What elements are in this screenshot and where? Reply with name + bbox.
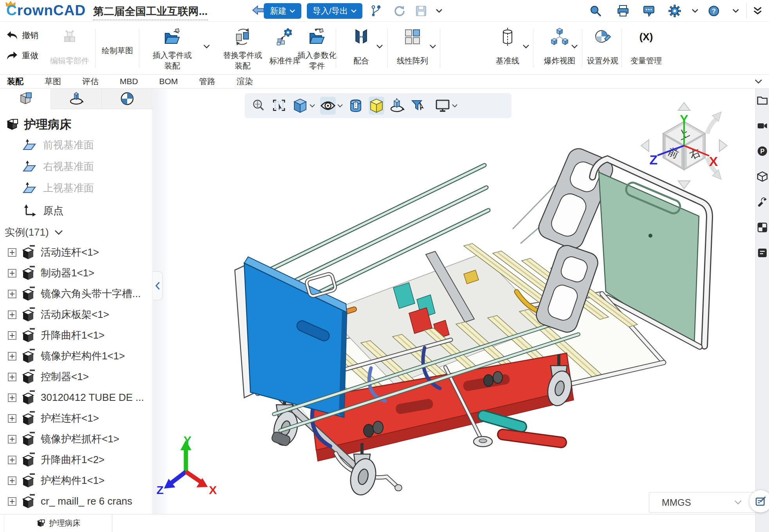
insert-part-chevron-icon[interactable] [204, 45, 210, 49]
tab-piping[interactable]: 管路 [189, 76, 226, 87]
tree-item[interactable]: 活动连杆<1> [0, 242, 152, 263]
view-cube-y-label: Y [680, 112, 688, 126]
standard-library-icon [276, 27, 294, 47]
insert-part-button[interactable]: 插入零件或 装配 [149, 22, 195, 74]
view-cube-arrow-left[interactable] [641, 140, 649, 151]
save-icon[interactable] [415, 5, 427, 17]
panel-tab-section-sphere[interactable] [101, 88, 152, 109]
tab-render[interactable]: 渲染 [226, 76, 264, 87]
collapse-ribbon-double-chevron-icon[interactable] [751, 5, 764, 17]
tree-item[interactable]: 镜像护栏构件1<1> [0, 346, 152, 366]
view-cube[interactable]: 上 前 右 Y Z X [636, 98, 734, 192]
tree-item[interactable]: 镜像六角头带十字槽... [0, 283, 152, 304]
view-orientation-icon[interactable] [292, 97, 308, 115]
tree-item[interactable]: 升降曲杆1<1> [0, 325, 152, 346]
linear-pattern-button[interactable]: 线性阵列 [392, 22, 433, 74]
tree-item[interactable]: 升降曲杆1<2> [0, 449, 152, 470]
wrench-icon[interactable] [757, 197, 768, 207]
marquee-select-icon[interactable] [272, 97, 287, 115]
settings-gear-icon[interactable] [668, 5, 681, 17]
print-icon[interactable] [617, 5, 629, 17]
folder-icon[interactable] [757, 95, 768, 106]
tree-front-plane-label: 前视基准面 [43, 138, 94, 152]
tree-item[interactable]: 镜像护栏抓杆<1> [0, 429, 152, 449]
exploded-view-chevron-icon[interactable] [571, 45, 578, 49]
tab-bom[interactable]: BOM [149, 77, 189, 86]
appearance-box-icon[interactable] [369, 97, 384, 115]
tree-item[interactable]: 控制器<1> [0, 366, 152, 387]
datum-line-button[interactable]: 基准线 [490, 22, 525, 74]
rotate-view-icon[interactable] [389, 97, 405, 115]
expand-icon [8, 248, 16, 257]
tree-item[interactable]: 护栏连杆<1> [0, 408, 152, 429]
tree-item[interactable]: cr_ maill_ re 6 crans [0, 491, 152, 512]
tree-root-label: 护理病床 [24, 117, 71, 133]
parameter-badge-icon[interactable]: P [757, 146, 768, 157]
view-cube-rotate-cw[interactable] [707, 118, 717, 133]
variable-management-button[interactable]: (X) 变量管理 [625, 22, 668, 74]
view-cube-arrow-up[interactable] [678, 103, 690, 110]
replace-part-button[interactable]: 替换零件或 装配 [218, 22, 267, 74]
document-title[interactable]: 第二届全国工业互联网... [93, 4, 208, 20]
version-branch-icon[interactable] [369, 5, 382, 17]
tree-front-plane[interactable]: 前视基准面 [0, 134, 152, 156]
tab-evaluate[interactable]: 评估 [72, 76, 109, 87]
tree-origin[interactable]: 原点 [0, 199, 152, 222]
section-view-icon[interactable] [348, 97, 364, 115]
help-chevron-icon[interactable] [729, 5, 742, 17]
draw-sketch-button[interactable]: 绘制草图 [97, 22, 138, 74]
camera-icon[interactable] [757, 120, 768, 131]
workspace-tab-bar: 装配 草图 评估 MBD BOM 管路 渲染 [0, 75, 769, 88]
tree-item[interactable]: 护栏构件1<1> [0, 470, 152, 491]
view-cube-z-label: Z [650, 152, 658, 167]
visibility-chevron-icon[interactable] [337, 104, 343, 108]
sync-refresh-icon[interactable] [393, 5, 405, 17]
tree-item[interactable]: 30120412 TUBE DE ... [0, 387, 152, 408]
new-button[interactable]: 新建 [264, 3, 301, 19]
tree-root-row[interactable]: 护理病床 [5, 115, 152, 134]
tree-item[interactable]: 制动器1<1> [0, 263, 152, 283]
material-checker-icon[interactable] [757, 222, 768, 233]
feedback-message-icon[interactable] [643, 5, 655, 17]
visibility-eye-icon[interactable] [320, 97, 336, 115]
datum-line-chevron-icon[interactable] [523, 45, 529, 49]
redo-button[interactable]: 重做 [6, 48, 38, 63]
units-select[interactable]: MMGS [649, 492, 761, 513]
tab-sketch[interactable]: 草图 [34, 76, 72, 87]
settings-chevron-icon[interactable] [689, 5, 701, 17]
import-export-button[interactable]: 导入/导出 [307, 3, 362, 19]
library-book-icon[interactable] [757, 247, 768, 258]
view-cube-arrow-right[interactable] [719, 140, 727, 151]
display-mode-icon[interactable] [435, 97, 450, 115]
tab-assembly[interactable]: 装配 [5, 76, 34, 87]
redo-label: 重做 [22, 50, 38, 61]
document-tab[interactable]: 护理病床 [4, 514, 112, 532]
tree-right-plane[interactable]: 右视基准面 [0, 156, 152, 177]
mate-chevron-icon[interactable] [376, 45, 383, 49]
note-edit-fab[interactable] [749, 490, 769, 512]
mate-button[interactable]: 配合 [344, 22, 378, 74]
display-mode-chevron-icon[interactable] [452, 104, 457, 108]
tab-mbd[interactable]: MBD [109, 77, 149, 86]
tree-item[interactable]: 活动床板架<1> [0, 304, 152, 325]
zoom-window-icon[interactable] [251, 97, 267, 115]
tree-top-plane[interactable]: 上视基准面 [0, 177, 152, 199]
tree-origin-label: 原点 [43, 204, 63, 218]
help-icon[interactable]: ? [708, 5, 720, 17]
edit-component-button[interactable]: 编辑零部件 [50, 22, 89, 74]
insert-parametric-button[interactable]: 插入参数化 零件 [293, 22, 341, 74]
tabrow-chevron-icon[interactable] [755, 79, 762, 84]
back-arrow-icon[interactable] [252, 4, 265, 16]
search-icon[interactable] [589, 5, 602, 17]
tree-instances-header[interactable]: 实例(171) [0, 222, 152, 242]
undo-button[interactable]: 撤销 [6, 27, 38, 43]
set-appearance-button[interactable]: 设置外观 [585, 22, 621, 74]
linear-pattern-chevron-icon[interactable] [430, 45, 436, 49]
model-cube-icon[interactable] [757, 171, 768, 182]
view-cube-arrow-down[interactable] [678, 181, 690, 189]
save-dropdown-chevron-icon[interactable] [433, 5, 445, 17]
filter-icon[interactable] [410, 97, 426, 115]
panel-tab-turntable[interactable] [50, 88, 101, 109]
panel-tab-model-tree[interactable] [0, 88, 50, 109]
view-orientation-chevron-icon[interactable] [310, 104, 315, 108]
